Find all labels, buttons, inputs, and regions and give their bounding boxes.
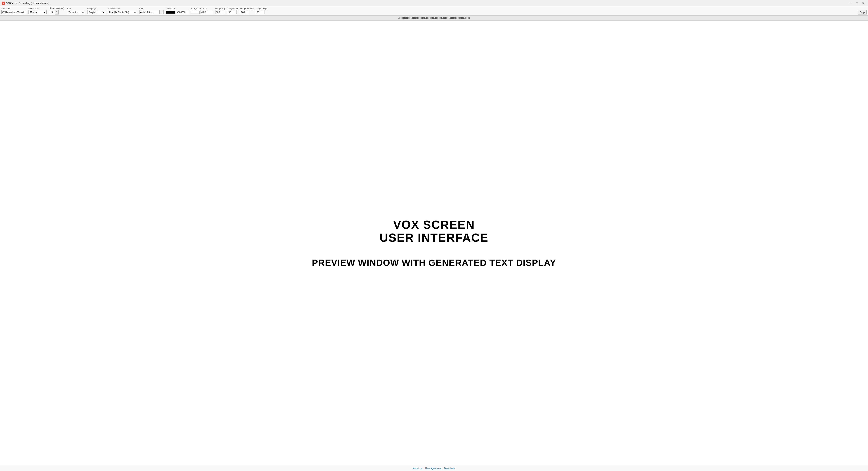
margin-top-label: Margin-Top [215, 7, 225, 10]
chunk-size-spinner: ▲ ▼ [49, 10, 65, 14]
waveform-bar [0, 15, 868, 21]
font-color-label: Font Color: [166, 7, 188, 10]
task-select[interactable]: Tanscribe Translate [67, 10, 85, 14]
margin-top-input[interactable] [215, 10, 224, 14]
margin-right-label: Margin-Right [256, 7, 268, 10]
chunk-size-input[interactable] [49, 10, 55, 14]
task-label: Task: [67, 7, 85, 10]
margin-right-input[interactable] [256, 10, 265, 14]
title-bar-left: V VOXs Live Recording (Licensed mode) [2, 2, 49, 5]
toolbar: Save File: Model Size: Medium Tiny Base … [0, 6, 868, 15]
model-size-group: Model Size: Medium Tiny Base Small Large [29, 7, 46, 14]
close-button[interactable]: ✕ [860, 1, 866, 5]
user-agreement-link[interactable]: User Agreement [425, 467, 441, 470]
language-label: Language: [87, 7, 105, 10]
language-group: Language: English French German Spanish [87, 7, 105, 14]
margin-bottom-label: Margin-Bottom [240, 7, 253, 10]
minimize-button[interactable]: ─ [848, 1, 854, 5]
chunk-size-buttons: ▲ ▼ [55, 10, 59, 14]
footer: About Us User Agreement Deactivate [0, 466, 868, 471]
margin-left-label: Margin-Left [228, 7, 238, 10]
audio-device-label: Audio Device: [107, 7, 137, 10]
app-icon: V [2, 2, 5, 5]
font-color-input[interactable] [176, 10, 188, 14]
stop-button[interactable]: Stop [858, 10, 867, 14]
waveform-visual [398, 16, 470, 20]
chunk-size-up[interactable]: ▲ [55, 10, 58, 12]
background-color-group: Background Color: [191, 7, 213, 14]
center-text-block: VOX SCREEN USER INTERFACE PREVIEW WINDOW… [312, 218, 556, 268]
title-bar: V VOXs Live Recording (Licensed mode) ─ … [0, 0, 868, 6]
vox-screen-title: VOX SCREEN [312, 218, 556, 231]
font-input[interactable] [139, 10, 160, 14]
margin-left-group: Margin-Left [228, 7, 238, 14]
font-browse-button[interactable]: ... [160, 10, 164, 14]
main-content: VOX SCREEN USER INTERFACE PREVIEW WINDOW… [0, 21, 868, 466]
app-title: VOXs Live Recording (Licensed mode) [6, 2, 49, 4]
user-interface-title: USER INTERFACE [312, 231, 556, 244]
language-select[interactable]: English French German Spanish [87, 10, 105, 14]
chunk-size-group: Chunk Size(Sec): ▲ ▼ [49, 7, 65, 14]
background-color-swatch[interactable] [191, 11, 200, 14]
background-color-input[interactable] [200, 10, 213, 14]
save-file-group: Save File: [1, 7, 26, 14]
margin-top-group: Margin-Top [215, 7, 225, 14]
audio-device-select[interactable]: Line (2- Studio 24c) Default Microphone [107, 10, 137, 14]
about-us-link[interactable]: About Us [413, 467, 422, 470]
margin-right-group: Margin-Right [256, 7, 268, 14]
font-label: Font: [139, 7, 164, 10]
margin-bottom-group: Margin-Bottom [240, 7, 253, 14]
font-color-group: Font Color: [166, 7, 188, 14]
deactivate-link[interactable]: Deactivate [444, 467, 455, 470]
model-size-select[interactable]: Medium Tiny Base Small Large [29, 10, 46, 14]
save-file-input[interactable] [1, 10, 26, 14]
margin-bottom-input[interactable] [240, 10, 249, 14]
save-file-label: Save File: [1, 7, 26, 10]
chunk-size-down[interactable]: ▼ [55, 12, 58, 14]
background-color-label: Background Color: [191, 7, 213, 10]
title-bar-controls: ─ □ ✕ [848, 1, 866, 5]
audio-device-group: Audio Device: Line (2- Studio 24c) Defau… [107, 7, 137, 14]
preview-window-text: PREVIEW WINDOW WITH GENERATED TEXT DISPL… [312, 258, 556, 268]
font-color-swatch[interactable] [166, 11, 175, 14]
maximize-button[interactable]: □ [854, 1, 860, 5]
margin-left-input[interactable] [228, 10, 237, 14]
model-size-label: Model Size: [29, 7, 46, 10]
task-group: Task: Tanscribe Translate [67, 7, 85, 14]
font-group: Font: ... [139, 7, 164, 14]
chunk-size-label: Chunk Size(Sec): [49, 7, 65, 9]
